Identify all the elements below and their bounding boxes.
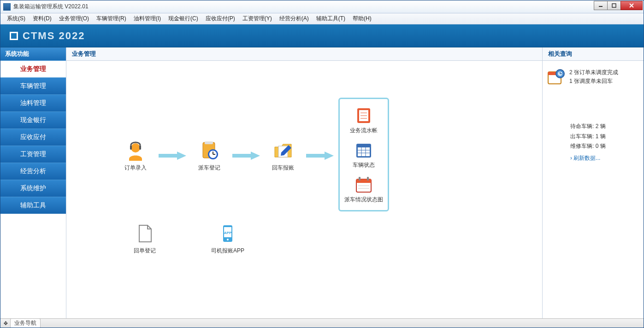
stack-label: 车辆状态 [340, 161, 388, 169]
svg-rect-23 [358, 147, 370, 156]
minimize-button[interactable] [594, 1, 608, 10]
notif-line-2: 1 张调度单未回车 [569, 77, 618, 86]
sidebar-item-maint[interactable]: 系统维护 [0, 180, 66, 197]
menu-fuel[interactable]: 油料管理(I) [130, 13, 165, 24]
menu-tools[interactable]: 辅助工具(T) [313, 13, 349, 24]
svg-rect-1 [612, 4, 616, 7]
calendar-search-icon [547, 68, 566, 87]
stat-out: 出车车辆: 1 辆 [570, 132, 634, 142]
menu-cash[interactable]: 现金银行(C) [165, 13, 202, 24]
sidebar-item-arap[interactable]: 应收应付 [0, 129, 66, 146]
app-icon [3, 3, 11, 11]
nav-icon: ❖ [3, 320, 8, 327]
app-window: 集装箱运输管理系统 V2022.01 系统(S) 资料(D) 业务管理(O) 车… [0, 0, 644, 328]
stack-ledger[interactable]: 业务流水帐 [340, 103, 388, 137]
main: 业务管理 订单录入 [66, 47, 644, 318]
calendar-grid-icon [340, 140, 388, 160]
folder-pen-icon [260, 139, 306, 162]
svg-point-4 [131, 143, 140, 152]
stack-box: 业务流水帐 车辆状态 派车情况状态图 [338, 98, 389, 211]
menu-arap[interactable]: 应收应付(P) [202, 13, 239, 24]
menu-vehicle[interactable]: 车辆管理(R) [93, 13, 130, 24]
window-controls [594, 1, 643, 10]
minimize-icon [598, 3, 603, 8]
sidebar: 系统功能 业务管理 车辆管理 油料管理 现金银行 应收应付 工资管理 经营分析 … [0, 47, 66, 318]
menu-help[interactable]: 帮助(H) [349, 13, 375, 24]
svg-marker-7 [159, 152, 186, 160]
sidebar-item-cash[interactable]: 现金银行 [0, 111, 66, 129]
sidebar-item-salary[interactable]: 工资管理 [0, 146, 66, 163]
stat-repair: 维修车辆: 0 辆 [570, 141, 634, 152]
notification-lines: 2 张订单未调度完成 1 张调度单未回车 [569, 68, 618, 87]
vehicle-stats: 待命车辆: 2 辆 出车车辆: 1 辆 维修车辆: 0 辆 › 刷新数据... [543, 94, 644, 163]
flow-label: 派车登记 [186, 164, 232, 172]
svg-rect-29 [356, 179, 371, 183]
menu-system[interactable]: 系统(S) [3, 13, 29, 24]
svg-rect-5 [130, 145, 132, 150]
arrow-icon [232, 151, 260, 160]
sidebar-item-fuel[interactable]: 油料管理 [0, 94, 66, 111]
logo-icon [10, 32, 18, 40]
flow-order-entry[interactable]: 订单录入 [112, 139, 159, 172]
svg-text:APP: APP [224, 231, 232, 235]
stack-vehicle-status[interactable]: 车辆状态 [340, 137, 388, 172]
row2-label: 回单登记 [122, 247, 168, 255]
menu-business[interactable]: 业务管理(O) [55, 13, 93, 24]
titlebar: 集装箱运输管理系统 V2022.01 [0, 0, 644, 13]
row2-label: 司机报账APP [205, 247, 251, 255]
arrow-icon [306, 151, 334, 160]
flow-return[interactable]: 回车报账 [260, 139, 306, 172]
window-title: 集装箱运输管理系统 V2022.01 [13, 3, 594, 11]
notif-line-1: 2 张订单未调度完成 [569, 68, 618, 77]
menu-analysis[interactable]: 经营分析(A) [276, 13, 313, 24]
document-icon [122, 222, 168, 245]
receipt-register[interactable]: 回单登记 [122, 222, 168, 255]
flow-dispatch[interactable]: 派车登记 [186, 139, 232, 172]
user-headset-icon [112, 139, 159, 162]
notification-block: 2 张订单未调度完成 1 张调度单未回车 [543, 61, 644, 94]
svg-rect-30 [359, 177, 360, 181]
brand-text: CTMS 2022 [23, 30, 85, 42]
sidebar-item-analysis[interactable]: 经营分析 [0, 163, 66, 180]
close-button[interactable] [620, 1, 643, 10]
stack-label: 业务流水帐 [340, 127, 388, 135]
content-header: 业务管理 [66, 47, 542, 61]
stack-label: 派车情况状态图 [340, 196, 388, 204]
menu-data[interactable]: 资料(D) [29, 13, 55, 24]
content-pane: 业务管理 订单录入 [66, 47, 542, 318]
flow-label: 回车报账 [260, 164, 306, 172]
arrow-icon [159, 151, 186, 160]
svg-marker-14 [232, 152, 260, 160]
sidebar-header: 系统功能 [0, 47, 66, 60]
canvas: 订单录入 派车登记 [66, 61, 542, 318]
statusbar: ❖ 业务导航 [0, 318, 644, 328]
svg-point-36 [227, 239, 229, 240]
clipboard-clock-icon [186, 139, 232, 162]
svg-marker-16 [306, 152, 334, 160]
sidebar-item-vehicle[interactable]: 车辆管理 [0, 77, 66, 94]
calendar-icon [340, 175, 388, 195]
svg-rect-9 [205, 141, 213, 144]
rightpanel-header: 相关查询 [543, 47, 644, 61]
menu-salary[interactable]: 工资管理(Y) [239, 13, 276, 24]
refresh-link[interactable]: › 刷新数据... [570, 153, 634, 164]
driver-app[interactable]: APP 司机报账APP [205, 222, 251, 255]
sidebar-item-business[interactable]: 业务管理 [0, 60, 66, 77]
menubar: 系统(S) 资料(D) 业务管理(O) 车辆管理(R) 油料管理(I) 现金银行… [0, 13, 644, 24]
stack-dispatch-status[interactable]: 派车情况状态图 [340, 172, 388, 206]
row2: 回单登记 APP 司机报账APP [122, 222, 251, 255]
maximize-button[interactable] [607, 1, 621, 10]
flow-row: 订单录入 派车登记 [112, 139, 334, 172]
rightpanel: 相关查询 2 张订单未调度完成 1 张调度单未回车 待命车辆: 2 辆 出车车辆… [542, 47, 644, 318]
ledger-icon [340, 105, 388, 126]
svg-rect-6 [139, 145, 141, 150]
banner: CTMS 2022 [0, 24, 644, 47]
sidebar-item-tools[interactable]: 辅助工具 [0, 197, 66, 214]
close-icon [629, 3, 634, 8]
workspace: 系统功能 业务管理 车辆管理 油料管理 现金银行 应收应付 工资管理 经营分析 … [0, 47, 644, 318]
stat-idle: 待命车辆: 2 辆 [570, 122, 634, 132]
app-phone-icon: APP [205, 222, 251, 245]
maximize-icon [612, 3, 616, 8]
svg-rect-31 [367, 177, 369, 181]
status-tab[interactable]: 业务导航 [10, 318, 41, 328]
